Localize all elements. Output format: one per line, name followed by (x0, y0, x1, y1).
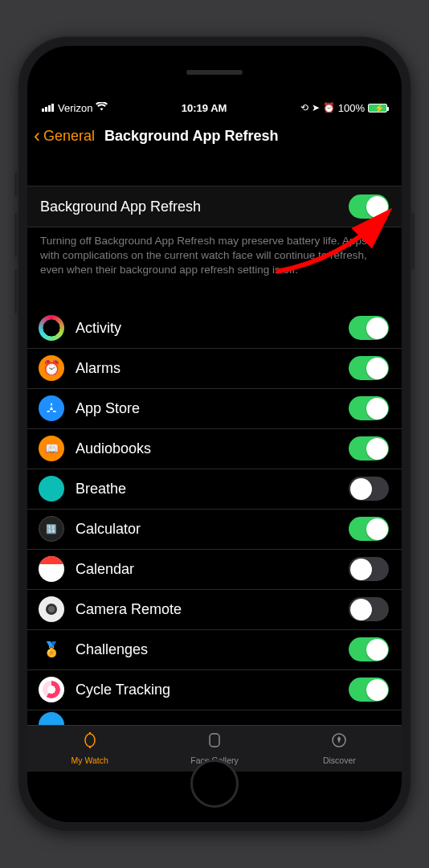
gallery-icon (206, 731, 223, 753)
challenges-icon: 🏅 (39, 637, 64, 662)
location-arrow-icon: ➤ (312, 102, 320, 113)
toggle-cycle[interactable] (349, 678, 389, 702)
master-toggle[interactable] (349, 194, 389, 219)
toggle-audiobooks[interactable] (349, 436, 389, 461)
tab-my-watch[interactable]: My Watch (27, 726, 152, 772)
toggle-activity[interactable] (349, 316, 389, 340)
app-name-label: App Store (76, 400, 337, 417)
svg-point-0 (85, 734, 95, 747)
screen: Verizon 10:19 AM ⟲ ➤ ⏰ 100% ⚡ ‹ General (27, 99, 402, 772)
discover-icon (330, 731, 348, 753)
toggle-calculator[interactable] (349, 517, 389, 541)
status-bar: Verizon 10:19 AM ⟲ ➤ ⏰ 100% ⚡ (27, 99, 402, 117)
breathe-icon (39, 476, 64, 502)
app-row-calculator: 🔢Calculator (27, 510, 402, 550)
tab-label: My Watch (72, 755, 108, 765)
tab-discover[interactable]: Discover (277, 726, 402, 772)
wifi-icon (96, 102, 108, 113)
watch-icon (81, 731, 99, 753)
appstore-icon (39, 395, 64, 421)
battery-icon: ⚡ (368, 104, 387, 113)
app-name-label: Cycle Tracking (76, 682, 337, 698)
phone-speaker (186, 70, 243, 75)
app-list: Activity⏰AlarmsApp Store📖AudiobooksBreat… (27, 309, 402, 710)
app-row-cycle: Cycle Tracking (27, 670, 402, 710)
cycle-icon (39, 677, 64, 702)
app-name-label: Activity (76, 320, 337, 337)
app-row-audiobooks: 📖Audiobooks (27, 429, 402, 469)
toggle-challenges[interactable] (349, 637, 389, 661)
master-toggle-row: Background App Refresh (27, 186, 402, 227)
toggle-calendar[interactable] (349, 557, 389, 581)
calculator-icon: 🔢 (39, 516, 64, 542)
phone-body: Verizon 10:19 AM ⟲ ➤ ⏰ 100% ⚡ ‹ General (27, 46, 402, 822)
app-name-label: Audiobooks (76, 440, 337, 457)
back-chevron-icon[interactable]: ‹ (34, 125, 40, 147)
svg-rect-1 (210, 734, 219, 747)
page-title: Background App Refresh (104, 128, 278, 145)
app-row-activity: Activity (27, 309, 402, 349)
app-name-label: Breathe (76, 481, 337, 497)
signal-bars-icon (42, 102, 55, 114)
status-time: 10:19 AM (182, 102, 227, 114)
master-toggle-label: Background App Refresh (40, 199, 349, 215)
app-row-alarms: ⏰Alarms (27, 349, 402, 389)
partial-app-row (27, 710, 402, 725)
orientation-lock-icon: ⟲ (300, 102, 308, 113)
battery-percent: 100% (338, 102, 365, 114)
app-row-camera: Camera Remote (27, 590, 402, 630)
content-area: Background App Refresh Turning off Backg… (27, 157, 402, 725)
phone-frame: Verizon 10:19 AM ⟲ ➤ ⏰ 100% ⚡ ‹ General (18, 36, 411, 832)
activity-icon (39, 315, 64, 341)
toggle-appstore[interactable] (349, 396, 389, 420)
partial-app-icon (39, 712, 64, 725)
nav-header: ‹ General Background App Refresh (27, 117, 402, 157)
tab-label: Discover (323, 755, 356, 765)
toggle-breathe[interactable] (349, 477, 389, 501)
app-row-challenges: 🏅Challenges (27, 630, 402, 670)
app-name-label: Calculator (76, 521, 337, 538)
toggle-alarms[interactable] (349, 356, 389, 380)
home-button[interactable] (190, 760, 239, 808)
app-row-breathe: Breathe (27, 469, 402, 510)
app-row-calendar: Calendar (27, 550, 402, 590)
app-name-label: Alarms (76, 360, 337, 377)
section-footer-text: Turning off Background App Refresh may p… (27, 227, 402, 281)
calendar-icon (39, 556, 64, 582)
carrier-label: Verizon (58, 102, 92, 114)
toggle-camera[interactable] (349, 597, 389, 621)
app-name-label: Challenges (76, 641, 337, 658)
back-button[interactable]: General (43, 128, 95, 145)
app-row-appstore: App Store (27, 389, 402, 429)
app-name-label: Camera Remote (76, 601, 337, 618)
alarms-icon: ⏰ (39, 355, 64, 381)
camera-icon (39, 596, 64, 622)
alarm-icon: ⏰ (323, 102, 335, 113)
audiobooks-icon: 📖 (39, 436, 64, 461)
app-name-label: Calendar (76, 561, 337, 578)
